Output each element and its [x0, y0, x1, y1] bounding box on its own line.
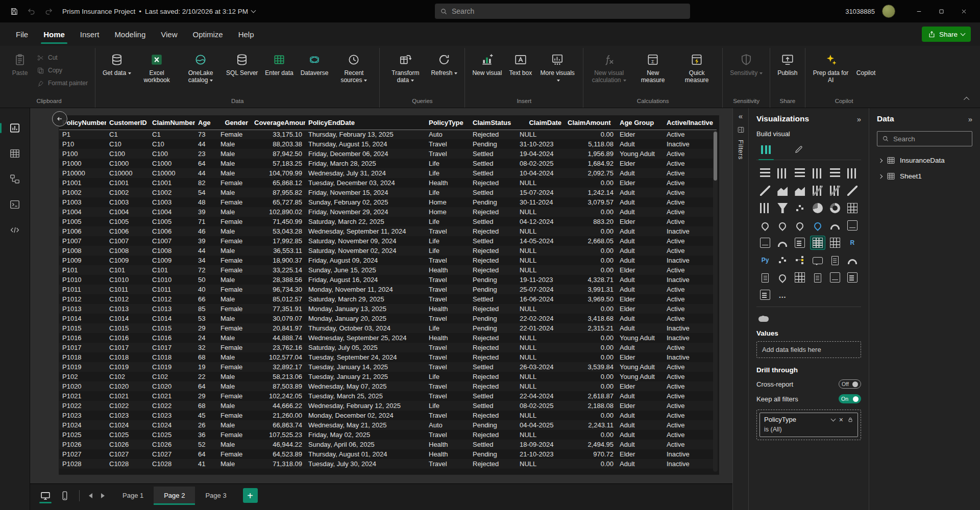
- table-row[interactable]: P101 C101 C101 72 Female 33,225.14 Sunda…: [59, 265, 717, 275]
- dax-query-view-button[interactable]: [5, 196, 24, 213]
- treemap-icon[interactable]: [845, 201, 860, 215]
- close-button[interactable]: [952, 2, 975, 20]
- line-and-clustered-column-chart-icon[interactable]: [828, 184, 842, 197]
- recent-sources-button[interactable]: Recent sources: [332, 50, 375, 86]
- maximize-button[interactable]: [930, 2, 952, 20]
- area-chart-icon[interactable]: [775, 184, 790, 197]
- refresh-button[interactable]: Refresh: [428, 50, 460, 78]
- 100-stacked-column-chart-icon[interactable]: [845, 167, 860, 180]
- table-row[interactable]: P1021 C1021 C1021 29 Female 102,242.05 T…: [59, 391, 717, 401]
- gauge-icon[interactable]: [828, 219, 842, 232]
- table-row[interactable]: P1018 C1018 C1018 68 Male 102,577.04 Tue…: [59, 352, 717, 362]
- power-apps-icon[interactable]: [793, 271, 807, 284]
- clustered-column-chart-icon[interactable]: [811, 167, 825, 180]
- table-row[interactable]: P1005 C1005 C1005 71 Female 71,450.99 Sa…: [59, 217, 717, 226]
- table-row[interactable]: P1017 C1017 C1017 32 Female 23,762.16 Sa…: [59, 343, 717, 352]
- table-row[interactable]: P1022 C1022 C1022 68 Male 44,666.22 Wedn…: [59, 401, 717, 411]
- qa-visual-icon[interactable]: [811, 253, 825, 267]
- line-and-stacked-column-chart-icon[interactable]: [811, 184, 825, 197]
- sql-server-button[interactable]: SQL Server: [223, 50, 261, 78]
- table-row[interactable]: P1025 C1025 C1025 36 Female 107,525.23 F…: [59, 430, 717, 440]
- table-row[interactable]: P10 C10 C10 44 Male 88,203.38 Thursday, …: [59, 139, 717, 149]
- new-visual-calculation-button[interactable]: New visual calculation: [587, 50, 630, 86]
- text-box-button[interactable]: Text box: [506, 50, 535, 78]
- copilot-button[interactable]: Copilot: [853, 50, 879, 78]
- table-row[interactable]: P1011 C1011 C1011 40 Female 96,734.30 Mo…: [59, 285, 717, 294]
- column-header[interactable]: ClaimNumber: [149, 116, 195, 130]
- report-view-button[interactable]: [5, 119, 24, 137]
- table-row[interactable]: P1008 C1008 C1008 44 Male 36,553.11 Satu…: [59, 246, 717, 256]
- transform-data-button[interactable]: Transform data: [384, 50, 427, 86]
- table-row[interactable]: P100 C100 C100 23 Male 87,942.50 Friday,…: [59, 149, 717, 159]
- share-button[interactable]: Share: [922, 27, 971, 42]
- table-row[interactable]: P1009 C1009 C1009 34 Female 18,900.37 Fr…: [59, 256, 717, 265]
- map-icon[interactable]: [758, 219, 772, 232]
- project-title-menu[interactable]: Prism Insurance Project • Last saved: 2/…: [62, 8, 255, 15]
- key-influencers-icon[interactable]: [775, 253, 790, 267]
- table-row[interactable]: P1019 C1019 C1019 19 Female 32,892.17 Tu…: [59, 362, 717, 372]
- kpi-icon[interactable]: [775, 236, 790, 249]
- previous-page-button[interactable]: [85, 488, 96, 503]
- new-measure-button[interactable]: New measure: [631, 50, 674, 86]
- smart-narrative-icon[interactable]: [828, 253, 842, 267]
- avatar[interactable]: [882, 5, 895, 18]
- more-visuals-button[interactable]: More visuals: [536, 50, 579, 86]
- column-header[interactable]: CoverageAmount: [251, 116, 305, 130]
- new-card-icon[interactable]: [828, 271, 842, 284]
- ribbon-tab[interactable]: Home: [36, 22, 72, 46]
- donut-chart-icon[interactable]: [828, 201, 842, 215]
- matrix-icon[interactable]: [828, 236, 842, 249]
- quick-measure-button[interactable]: Quick measure: [675, 50, 718, 86]
- column-header[interactable]: CustomerID: [106, 116, 149, 130]
- multi-row-card-icon[interactable]: [758, 236, 772, 249]
- prep-data-for-ai-button[interactable]: Prep data for AI: [810, 50, 852, 86]
- onelake-catalog-button[interactable]: OneLake catalog: [179, 50, 222, 86]
- lock-icon[interactable]: [847, 417, 853, 423]
- tmdl-view-button[interactable]: [5, 221, 24, 239]
- power-automate-icon[interactable]: [811, 271, 825, 284]
- save-button[interactable]: [5, 4, 22, 19]
- data-search[interactable]: [877, 131, 972, 146]
- column-header[interactable]: PolicyEndDate: [305, 116, 426, 130]
- format-painter-button[interactable]: Format painter: [34, 78, 91, 89]
- dataverse-button[interactable]: Dataverse: [298, 50, 332, 78]
- format-visual-tab[interactable]: [790, 143, 807, 156]
- table-row[interactable]: P1003 C1003 C1003 48 Female 65,727.85 Su…: [59, 197, 717, 207]
- shape-map-icon[interactable]: [793, 219, 807, 232]
- get-data-button[interactable]: Get data: [100, 50, 134, 78]
- python-visual-icon[interactable]: Py: [758, 253, 772, 267]
- expand-pane-icon[interactable]: [737, 126, 745, 134]
- column-header[interactable]: ClaimStatus: [470, 116, 517, 130]
- collapse-ribbon-button[interactable]: [962, 94, 973, 104]
- minimize-button[interactable]: [908, 2, 930, 20]
- ribbon-tab[interactable]: Help: [231, 22, 262, 46]
- mobile-layout-button[interactable]: [56, 487, 74, 504]
- redo-button[interactable]: [40, 4, 57, 19]
- page-tab[interactable]: Page 1: [112, 487, 154, 505]
- expand-filters-button[interactable]: «: [739, 112, 743, 120]
- stacked-area-chart-icon[interactable]: [793, 184, 807, 197]
- azure-map-icon[interactable]: [811, 219, 825, 232]
- table-row[interactable]: P10000 C10000 C10000 44 Male 104,709.99 …: [59, 168, 717, 178]
- sensitivity-button[interactable]: Sensitivity: [727, 50, 766, 78]
- enter-data-button[interactable]: Enter data: [262, 50, 296, 78]
- table-row[interactable]: P1028 C1028 C1028 41 Male 71,318.09 Tues…: [59, 459, 717, 469]
- column-header[interactable]: PolicyType: [426, 116, 470, 130]
- new-slicer-icon[interactable]: [845, 271, 860, 284]
- ribbon-tab[interactable]: Optimize: [185, 22, 231, 46]
- data-search-input[interactable]: [893, 135, 967, 143]
- ribbon-tab[interactable]: File: [8, 22, 36, 46]
- filled-map-icon[interactable]: [775, 219, 790, 232]
- table-row[interactable]: P1002 C1002 C1002 54 Male 87,955.82 Frid…: [59, 188, 717, 197]
- table-row[interactable]: P1000 C1000 C1000 64 Male 57,183.25 Frid…: [59, 159, 717, 168]
- r-script-visual-icon[interactable]: R: [845, 236, 860, 249]
- drill-through-field-well[interactable]: PolicyType × is (All): [756, 410, 861, 440]
- decomposition-tree-icon[interactable]: [793, 253, 807, 267]
- stacked-bar-chart-icon[interactable]: [758, 167, 772, 180]
- table-row[interactable]: P1027 C1027 C1027 64 Female 64,523.89 Th…: [59, 449, 717, 459]
- paginated-report-icon[interactable]: [758, 271, 772, 284]
- text-slicer-icon[interactable]: [758, 288, 772, 301]
- add-data-fields-well[interactable]: Add data fields here: [756, 341, 861, 358]
- clustered-bar-chart-icon[interactable]: [793, 167, 807, 180]
- metrics-icon[interactable]: [845, 253, 860, 267]
